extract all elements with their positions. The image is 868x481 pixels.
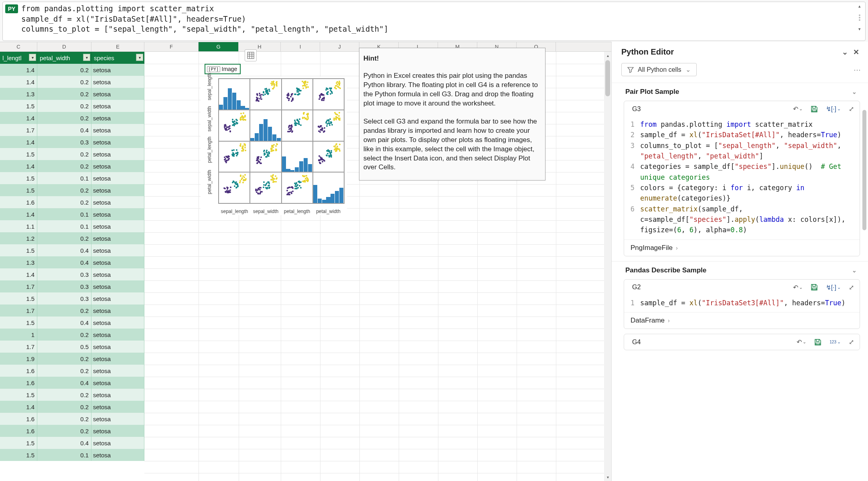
table-cell[interactable]: 0.2 <box>37 112 91 124</box>
table-cell[interactable]: 0.4 <box>37 317 91 329</box>
table-row[interactable]: 1.50.2setosa <box>0 184 144 196</box>
expand-button[interactable]: ⤢ <box>849 284 854 291</box>
collapse-icon[interactable]: ⌄ <box>839 48 850 57</box>
table-cell[interactable]: 0.2 <box>37 148 91 160</box>
table-cell[interactable]: setosa <box>91 112 144 124</box>
table-cell[interactable]: setosa <box>91 220 144 232</box>
expand-button[interactable]: ⤢ <box>849 338 854 346</box>
table-cell[interactable]: 0.2 <box>37 365 91 377</box>
table-cell[interactable]: 1.6 <box>0 413 37 425</box>
column-header-c[interactable]: C <box>0 42 37 51</box>
table-cell[interactable]: setosa <box>91 160 144 172</box>
more-options-icon[interactable]: ⋯ <box>854 65 862 74</box>
table-header-l_lengtl[interactable]: l_lengtl▾ <box>0 52 37 64</box>
table-cell[interactable]: 1.6 <box>0 425 37 437</box>
table-cell[interactable]: 1.5 <box>0 172 37 184</box>
close-icon[interactable]: ✕ <box>850 48 862 57</box>
table-cell[interactable]: 0.3 <box>37 292 91 304</box>
column-header-e[interactable]: E <box>91 42 144 51</box>
table-cell[interactable]: setosa <box>91 353 144 365</box>
table-cell[interactable]: 0.3 <box>37 136 91 148</box>
table-cell[interactable]: 0.5 <box>37 341 91 353</box>
table-row[interactable]: 1.40.3setosa <box>0 268 144 280</box>
table-row[interactable]: 1.70.5setosa <box>0 341 144 353</box>
column-header-i[interactable]: I <box>281 42 320 51</box>
table-row[interactable]: 1.40.2setosa <box>0 401 144 413</box>
table-cell[interactable]: setosa <box>91 341 144 353</box>
table-cell[interactable]: 0.2 <box>37 88 91 100</box>
table-cell[interactable]: setosa <box>91 413 144 425</box>
column-header-d[interactable]: D <box>37 42 91 51</box>
table-cell[interactable]: setosa <box>91 88 144 100</box>
scroll-up-icon[interactable]: ▴ <box>607 52 609 59</box>
table-cell[interactable]: setosa <box>91 280 144 292</box>
undo-button[interactable]: ↶⌄ <box>793 105 803 113</box>
table-row[interactable]: 1.20.2setosa <box>0 232 144 244</box>
table-cell[interactable]: setosa <box>91 172 144 184</box>
table-cell[interactable]: setosa <box>91 401 144 413</box>
table-row[interactable]: 1.60.2setosa <box>0 196 144 208</box>
table-row[interactable]: 1.70.2setosa <box>0 304 144 317</box>
table-cell[interactable]: setosa <box>91 329 144 341</box>
table-cell[interactable]: 1.4 <box>0 160 37 172</box>
table-cell[interactable]: setosa <box>91 292 144 304</box>
table-row[interactable]: 1.40.2setosa <box>0 160 144 172</box>
table-cell[interactable]: 1.7 <box>0 341 37 353</box>
table-cell[interactable]: setosa <box>91 64 144 76</box>
table-row[interactable]: 1.40.2setosa <box>0 64 144 76</box>
undo-button[interactable]: ↶⌄ <box>793 284 803 291</box>
table-cell[interactable]: 0.2 <box>37 100 91 112</box>
card-output-type[interactable]: PngImageFile › <box>624 239 860 256</box>
table-cell[interactable]: 0.4 <box>37 437 91 449</box>
table-row[interactable]: 1.50.4setosa <box>0 244 144 256</box>
table-cell[interactable]: 1.5 <box>0 317 37 329</box>
code-block[interactable]: 1sample_df = xl("IrisDataSet3[#All]", he… <box>624 295 860 312</box>
table-cell[interactable]: 0.2 <box>37 413 91 425</box>
column-header-f[interactable]: F <box>144 42 199 51</box>
table-cell[interactable]: 0.3 <box>37 268 91 280</box>
table-cell[interactable]: 0.4 <box>37 377 91 389</box>
table-row[interactable]: 1.40.2setosa <box>0 76 144 88</box>
table-cell[interactable]: 0.1 <box>37 208 91 220</box>
scroll-down-icon[interactable]: ▾ <box>607 473 609 481</box>
table-cell[interactable]: 1.5 <box>0 437 37 449</box>
table-cell[interactable]: 1.3 <box>0 88 37 100</box>
table-row[interactable]: 1.50.2setosa <box>0 148 144 160</box>
table-cell[interactable]: setosa <box>91 317 144 329</box>
output-type-button[interactable]: ↯[·]⌄ <box>826 284 841 291</box>
table-row[interactable]: 1.50.4setosa <box>0 317 144 329</box>
table-cell[interactable]: 1.4 <box>0 112 37 124</box>
table-row[interactable]: 1.50.1setosa <box>0 172 144 184</box>
table-cell[interactable]: 1.4 <box>0 64 37 76</box>
table-cell[interactable]: 1.5 <box>0 184 37 196</box>
table-cell[interactable]: 0.2 <box>37 64 91 76</box>
filter-dropdown-icon[interactable]: ▾ <box>83 54 90 61</box>
table-row[interactable]: 1.70.3setosa <box>0 280 144 292</box>
table-row[interactable]: 1.60.2setosa <box>0 425 144 437</box>
table-row[interactable]: 1.30.4setosa <box>0 256 144 268</box>
table-cell[interactable]: setosa <box>91 196 144 208</box>
table-cell[interactable]: 1.4 <box>0 136 37 148</box>
table-cell[interactable]: 0.2 <box>37 425 91 437</box>
table-cell[interactable]: setosa <box>91 256 144 268</box>
formula-scroll-down-icon[interactable]: ▾ <box>858 26 861 32</box>
output-type-button[interactable]: ↯[·]⌄ <box>826 105 841 113</box>
filter-dropdown-icon[interactable]: ▾ <box>29 54 36 61</box>
table-cell[interactable]: 1.5 <box>0 244 37 256</box>
table-row[interactable]: 1.60.2setosa <box>0 365 144 377</box>
filter-all-python-cells[interactable]: All Python cells ⌄ <box>621 63 697 76</box>
table-cell[interactable]: setosa <box>91 268 144 280</box>
table-row[interactable]: 1.30.2setosa <box>0 88 144 100</box>
expand-button[interactable]: ⤢ <box>849 105 854 113</box>
table-cell[interactable]: 0.3 <box>37 280 91 292</box>
table-cell[interactable]: 1.4 <box>0 76 37 88</box>
table-cell[interactable]: 0.4 <box>37 244 91 256</box>
table-cell[interactable]: 1.5 <box>0 148 37 160</box>
table-row[interactable]: 1.50.2setosa <box>0 389 144 401</box>
table-row[interactable]: 10.2setosa <box>0 329 144 341</box>
formula-drag-dots-icon[interactable] <box>859 14 860 21</box>
table-cell[interactable]: setosa <box>91 148 144 160</box>
table-row[interactable]: 1.40.3setosa <box>0 136 144 148</box>
table-cell[interactable]: 1.9 <box>0 353 37 365</box>
insert-data-button[interactable] <box>245 49 257 61</box>
